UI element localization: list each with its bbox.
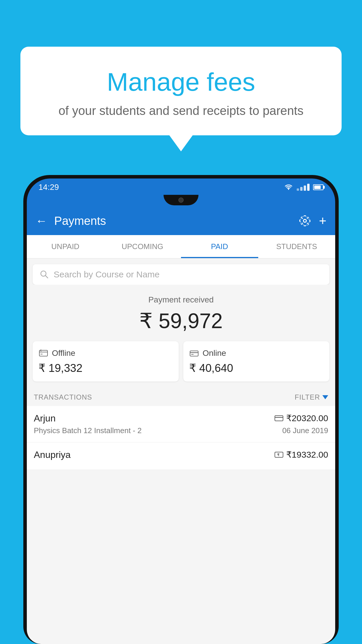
payment-cards: ₹ Offline ₹ 19,332 Online	[27, 341, 335, 387]
app-header: ← Payments +	[27, 208, 335, 235]
transaction-amount-row: ₹20320.00	[275, 413, 328, 423]
filter-label: FILTER	[295, 393, 320, 401]
online-label: Online	[203, 349, 226, 358]
tabs: UNPAID UPCOMING PAID STUDENTS	[27, 235, 335, 258]
online-card-icon	[275, 415, 283, 421]
search-bar[interactable]: Search by Course or Name	[33, 264, 329, 285]
transaction-top-row: Anupriya ₹ ₹19332.00	[34, 449, 328, 460]
speech-bubble-container: Manage fees of your students and send re…	[20, 47, 342, 151]
camera-dot	[178, 197, 184, 203]
offline-card: ₹ Offline ₹ 19,332	[33, 341, 179, 382]
transaction-name: Arjun	[34, 413, 56, 424]
tab-upcoming[interactable]: UPCOMING	[104, 235, 181, 258]
header-actions: +	[299, 214, 326, 228]
online-card-header: Online	[189, 348, 324, 358]
speech-bubble-subtitle: of your students and send receipts to pa…	[38, 104, 324, 118]
status-icons	[284, 184, 324, 191]
status-time: 14:29	[38, 183, 59, 192]
back-button[interactable]: ←	[36, 214, 47, 228]
filter-icon	[322, 395, 328, 399]
gear-icon[interactable]	[299, 215, 311, 227]
app-content: Search by Course or Name Payment receive…	[27, 258, 335, 644]
transactions-label: TRANSACTIONS	[34, 393, 92, 401]
speech-bubble-arrow	[169, 135, 193, 151]
table-row[interactable]: Arjun ₹20320.00 Physics Batch 12 Install…	[27, 406, 335, 442]
svg-rect-11	[275, 416, 283, 421]
plus-button[interactable]: +	[319, 214, 326, 228]
svg-rect-8	[190, 351, 198, 356]
status-bar: 14:29	[27, 178, 335, 195]
transaction-course: Physics Batch 12 Installment - 2	[34, 426, 142, 435]
search-placeholder: Search by Course or Name	[54, 270, 160, 279]
offline-payment-icon: ₹	[38, 348, 48, 358]
svg-point-0	[288, 189, 289, 190]
transaction-details-row: Physics Batch 12 Installment - 2 06 June…	[34, 426, 328, 435]
svg-text:₹: ₹	[40, 349, 42, 352]
tab-paid[interactable]: PAID	[181, 235, 258, 258]
offline-rupee-icon: ₹	[275, 452, 283, 458]
transaction-amount: ₹20320.00	[286, 413, 328, 423]
transaction-top-row: Arjun ₹20320.00	[34, 413, 328, 424]
phone-inner: 14:29	[27, 178, 335, 644]
notch-area	[27, 195, 335, 208]
wifi-icon	[284, 184, 293, 191]
notch	[164, 195, 198, 205]
svg-line-3	[45, 275, 48, 278]
transactions-header: TRANSACTIONS FILTER	[27, 387, 335, 406]
tab-unpaid[interactable]: UNPAID	[27, 235, 104, 258]
offline-amount: ₹ 19,332	[38, 362, 173, 374]
header-title: Payments	[54, 214, 299, 228]
payment-received-label: Payment received	[33, 295, 329, 304]
online-payment-icon	[189, 348, 199, 358]
table-row[interactable]: Anupriya ₹ ₹19332.00	[27, 442, 335, 470]
speech-bubble-title: Manage fees	[38, 67, 324, 97]
search-icon	[40, 270, 49, 279]
speech-bubble: Manage fees of your students and send re…	[20, 47, 342, 135]
transaction-amount-row: ₹ ₹19332.00	[275, 449, 328, 460]
svg-text:₹: ₹	[277, 453, 280, 457]
tab-students[interactable]: STUDENTS	[258, 235, 335, 258]
online-card: Online ₹ 40,640	[183, 341, 329, 382]
battery-icon	[313, 184, 324, 190]
offline-label: Offline	[52, 349, 75, 358]
offline-card-header: ₹ Offline	[38, 348, 173, 358]
transaction-name: Anupriya	[34, 449, 71, 460]
transaction-date: 06 June 2019	[282, 426, 328, 435]
signal-icon	[297, 184, 310, 191]
transaction-amount: ₹19332.00	[286, 449, 328, 460]
filter-button[interactable]: FILTER	[295, 393, 328, 401]
payment-received-amount: ₹ 59,972	[33, 309, 329, 333]
payment-received-section: Payment received ₹ 59,972	[27, 285, 335, 341]
phone-frame: 14:29	[23, 175, 339, 644]
online-amount: ₹ 40,640	[189, 362, 324, 374]
transaction-list: Arjun ₹20320.00 Physics Batch 12 Install…	[27, 406, 335, 470]
